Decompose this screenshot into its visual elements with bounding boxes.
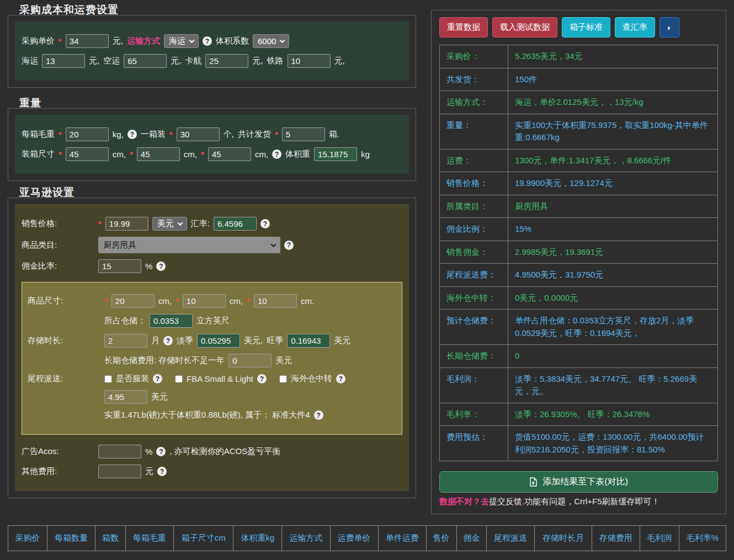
file-excel-icon: [529, 477, 538, 487]
result-row-label: 海外仓中转：: [440, 286, 508, 310]
result-row: 尾程派送费：4.9500美元，31.9750元: [440, 264, 718, 287]
result-row-value: 19.9900美元，129.1274元: [508, 172, 718, 195]
commission-rate-row: 佣金比率: % ?: [22, 259, 402, 273]
other-fee-input[interactable]: [98, 465, 141, 478]
result-row: 运费：1300元，单件:1.3417美元，，8.6666元/件: [440, 149, 718, 172]
result-row-value: 货值5100.00元，运费：1300.00元，共6400.00预计利润5216.…: [508, 426, 718, 461]
storage-occupy-output: [150, 314, 193, 328]
result-row: 销售佣金：2.9985美元，19.3691元: [440, 241, 718, 264]
result-row: 费用预估：货值5100.00元，运费：1300.00元，共6400.00预计利润…: [440, 426, 718, 461]
rail-freight-input[interactable]: [288, 54, 331, 68]
result-row-label: 长期仓储费：: [440, 345, 508, 368]
yuan-suffix: 元,: [89, 56, 99, 66]
storage-occupy-row: 所占仓储： 立方英尺: [28, 314, 396, 328]
help-icon[interactable]: ?: [284, 241, 294, 250]
required-asterisk: *: [201, 150, 204, 159]
air-freight-input[interactable]: [124, 54, 167, 68]
cm-suffix: cm.: [301, 296, 314, 306]
sale-price-input[interactable]: [105, 217, 148, 231]
sale-price-label: 销售价格:: [22, 218, 94, 229]
load-test-data-button[interactable]: 载入测试数据: [492, 17, 557, 38]
category-row: 商品类目: 厨房用具 ?: [22, 237, 402, 253]
result-row: 运输方式：海运，单价2.0125美元，，13元/kg: [440, 91, 718, 114]
result-row-value: 2.9985美元，19.3691元: [508, 241, 718, 264]
gross-weight-row: 每箱毛重 * kg, ? 一箱装 * 个, 共计发货 * 箱.: [22, 127, 402, 141]
box-dim2-input[interactable]: [137, 147, 180, 161]
result-row-value: 厨房用具: [508, 195, 718, 218]
box-dim3-input[interactable]: [208, 147, 251, 161]
exchange-rate-input[interactable]: [214, 217, 257, 231]
cm-suffix: cm,: [184, 150, 197, 159]
help-icon[interactable]: ?: [153, 374, 162, 383]
category-select[interactable]: 厨房用具: [98, 237, 280, 253]
help-icon[interactable]: ?: [127, 130, 137, 139]
help-icon[interactable]: ?: [257, 374, 267, 383]
yuan-suffix: 元,: [252, 56, 263, 66]
purchase-cost-panel: 采购成本和运费设置 采购单价 * 元, 运输方式 海运 ? 体积系数 6000: [8, 15, 416, 88]
volumetric-weight-output: [314, 147, 357, 161]
result-row-value: 单件占用仓储：0.0353立方英尺，存放2月，淡季0.0529美元，旺季：0.1…: [508, 310, 718, 345]
product-dim1-input[interactable]: [111, 294, 155, 308]
box-standard-button[interactable]: 箱子标准: [562, 17, 610, 38]
theme-contrast-button[interactable]: ◐: [659, 17, 679, 38]
yuan-suffix: 元,: [113, 36, 123, 46]
result-row-value: 150件: [508, 68, 718, 91]
gross-weight-input[interactable]: [66, 127, 109, 141]
compare-header-cell: 售价: [426, 526, 456, 551]
help-icon[interactable]: ?: [156, 262, 166, 271]
high-season-fee-output: [287, 334, 330, 348]
result-row-label: 毛利润：: [440, 367, 508, 403]
acos-input[interactable]: [98, 445, 141, 458]
reset-data-button[interactable]: 重置数据: [439, 17, 488, 38]
result-row-label: 毛利率：: [440, 403, 508, 426]
lastmile-fee-input[interactable]: [104, 390, 147, 404]
box-dims-row: 装箱尺寸 * cm, * cm, * cm, ? 体积重 kg: [22, 147, 402, 161]
result-row-value: 1300元，单件:1.3417美元，，8.6666元/件: [508, 149, 718, 172]
lastmile-fee-row: 美元: [28, 390, 396, 404]
shipping-method-value: 海运: [169, 36, 185, 46]
result-row: 毛利润：淡季：5.3834美元，34.7747元。 旺季：5.2669美元，元。: [440, 367, 718, 403]
yuan-unit: 元: [145, 466, 153, 477]
required-asterisk: *: [58, 36, 62, 46]
month-unit: 月: [151, 335, 159, 346]
box-suffix: 箱.: [329, 129, 339, 140]
weight-panel: 重量 每箱毛重 * kg, ? 一箱装 * 个, 共计发货 * 箱.: [8, 108, 416, 181]
shipping-method-select[interactable]: 海运: [164, 34, 199, 48]
qty-per-box-input[interactable]: [177, 127, 220, 141]
storage-months-input[interactable]: [104, 334, 147, 348]
product-dim2-input[interactable]: [183, 294, 226, 308]
help-icon[interactable]: ?: [336, 374, 345, 383]
help-icon[interactable]: ?: [260, 219, 270, 228]
result-row: 重量：实重100大于体积重75.9375，取实重100kg-其中单件重:0.66…: [440, 114, 718, 149]
total-boxes-input[interactable]: [282, 127, 325, 141]
sea-freight-input[interactable]: [42, 54, 85, 68]
volume-factor-select[interactable]: 6000: [253, 34, 289, 48]
help-icon[interactable]: ?: [272, 150, 281, 159]
result-row-value: 5.2635美元，34元: [508, 45, 718, 68]
add-to-compare-button[interactable]: 添加结果至下表(对比): [439, 471, 718, 493]
help-icon[interactable]: ?: [163, 336, 173, 345]
small-light-checkbox[interactable]: [175, 375, 183, 383]
clothing-checkbox[interactable]: [104, 375, 112, 383]
volumetric-weight-label: 体积重: [285, 149, 310, 159]
unit-price-input[interactable]: [66, 34, 109, 48]
currency-select[interactable]: 美元: [152, 217, 187, 231]
box-dim1-input[interactable]: [66, 147, 109, 161]
help-icon[interactable]: ?: [314, 410, 323, 420]
truck-freight-input[interactable]: [205, 54, 248, 68]
product-dim3-input[interactable]: [254, 294, 297, 308]
help-icon[interactable]: ?: [203, 36, 212, 46]
result-row-label: 所属类目：: [440, 195, 508, 218]
compare-header-cell: 运输方式: [282, 526, 330, 551]
longterm-storage-input[interactable]: [228, 354, 272, 367]
commission-rate-input[interactable]: [98, 259, 141, 273]
required-asterisk: *: [175, 296, 179, 306]
rail-freight-label: 铁路: [267, 56, 284, 66]
check-exchange-rate-button[interactable]: 查汇率: [615, 17, 655, 38]
gross-weight-label: 每箱毛重: [22, 129, 55, 140]
overseas-transfer-checkbox[interactable]: [279, 375, 287, 383]
feedback-link[interactable]: 提交反馈: [489, 497, 522, 506]
help-icon[interactable]: ?: [156, 447, 166, 456]
help-icon[interactable]: ?: [157, 467, 167, 476]
kg-suffix: kg,: [113, 130, 124, 139]
